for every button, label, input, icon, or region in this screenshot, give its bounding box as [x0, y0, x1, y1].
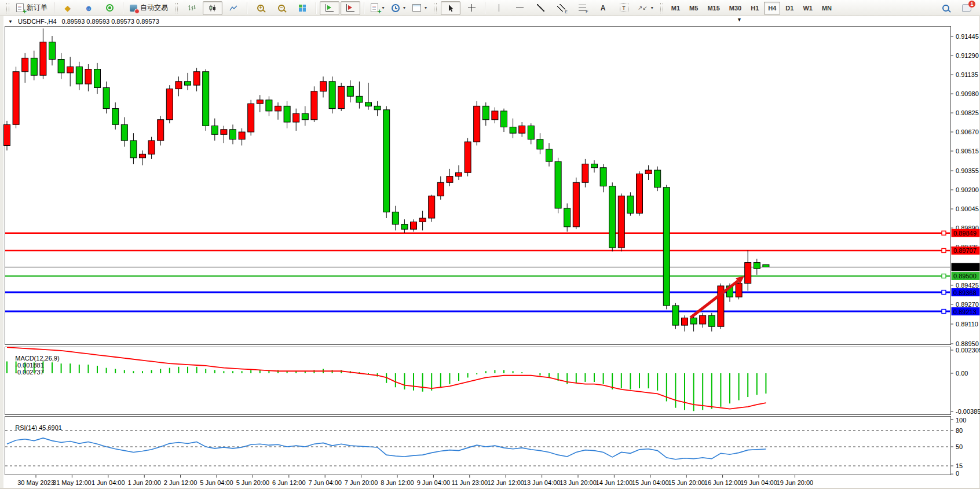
svg-text:0.91135: 0.91135	[956, 71, 978, 78]
separator	[123, 2, 123, 14]
separator	[54, 2, 54, 14]
community-button[interactable]: ☻	[79, 1, 98, 15]
toolbar-grip[interactable]	[660, 3, 663, 13]
svg-text:30 May 2023: 30 May 2023	[17, 479, 54, 486]
svg-text:11 Jun 23:00: 11 Jun 23:00	[451, 479, 488, 486]
arrows-button[interactable]: ↗↙ ▾	[635, 1, 656, 15]
vertical-line-button[interactable]	[489, 1, 509, 15]
chart-shift-icon	[346, 4, 354, 12]
timeframe-mn[interactable]: MN	[818, 2, 836, 14]
auto-scroll-icon	[326, 4, 334, 12]
symbol-dropdown-icon[interactable]: ▼	[8, 19, 13, 24]
auto-scroll-button[interactable]	[320, 1, 339, 15]
channel-button[interactable]: E	[551, 1, 571, 15]
svg-text:14 Jun 12:00: 14 Jun 12:00	[596, 479, 633, 486]
zoom-out-icon: −	[278, 5, 285, 12]
channel-icon: E	[557, 4, 565, 12]
timeframe-w1[interactable]: W1	[799, 2, 817, 14]
horizontal-line-button[interactable]	[510, 1, 529, 15]
chat-button[interactable]: 1	[957, 1, 977, 15]
timeframe-m30[interactable]: M30	[725, 2, 745, 14]
svg-text:0.89573: 0.89573	[953, 264, 977, 271]
templates-button[interactable]: ▾	[409, 1, 430, 15]
candlestick-chart-button[interactable]	[203, 1, 222, 15]
search-icon	[942, 5, 949, 12]
macd-pane-label: MACD(12,26,9) -0.001881 -0.002737	[8, 348, 60, 383]
timeframe-d1[interactable]: D1	[781, 2, 798, 14]
indicators-button[interactable]: + ▾	[368, 1, 387, 15]
svg-text:7 Jun 20:00: 7 Jun 20:00	[345, 479, 378, 486]
svg-text:9 Jun 04:00: 9 Jun 04:00	[417, 479, 451, 486]
text-button[interactable]: A	[593, 1, 613, 15]
svg-text:13 Jun 20:00: 13 Jun 20:00	[560, 479, 597, 486]
auto-trading-icon	[130, 5, 137, 12]
text-label-button[interactable]: T	[614, 1, 634, 15]
chevron-down-icon[interactable]: ▾	[651, 5, 653, 10]
svg-text:2 Jun 12:00: 2 Jun 12:00	[164, 479, 198, 486]
chart-plot-area[interactable]: 0.914450.912900.911350.909800.908250.906…	[0, 25, 980, 489]
macd-main-value: -0.001881	[15, 362, 44, 369]
rsi-pane-label: RSI(14) 45.6901	[8, 417, 62, 438]
svg-text:0.89707: 0.89707	[953, 247, 977, 254]
chart-shift-button[interactable]	[341, 1, 360, 15]
svg-text:5 Jun 04:00: 5 Jun 04:00	[200, 479, 233, 486]
new-order-label: 新订单	[27, 3, 47, 13]
auto-trading-button[interactable]: 自动交易	[127, 1, 171, 15]
zoom-out-button[interactable]: −	[272, 1, 291, 15]
toolbar-grip[interactable]	[434, 3, 437, 13]
candlestick-chart-icon	[209, 4, 217, 12]
tile-windows-button[interactable]	[292, 1, 312, 15]
text-label-icon: T	[620, 3, 628, 12]
fibonacci-button[interactable]: F	[572, 1, 592, 15]
crosshair-button[interactable]	[462, 1, 481, 15]
line-chart-button[interactable]	[224, 1, 243, 15]
periods-button[interactable]: ▾	[389, 1, 408, 15]
candles	[4, 28, 769, 331]
separator	[247, 2, 247, 14]
svg-text:0.90045: 0.90045	[956, 205, 979, 212]
separator	[485, 2, 485, 14]
chart-title: USDCHF-,H4	[18, 18, 57, 25]
toolbar-grip[interactable]	[175, 3, 178, 13]
cursor-icon	[447, 4, 454, 12]
timeframe-m5[interactable]: M5	[685, 2, 702, 14]
toolbar-grip[interactable]	[6, 3, 9, 13]
time-axis: 30 May 202331 May 12:001 Jun 04:001 Jun …	[17, 475, 813, 486]
svg-text:15 Jun 04:00: 15 Jun 04:00	[632, 479, 669, 486]
chart-corner-marker[interactable]: ▼	[737, 17, 742, 23]
chevron-down-icon[interactable]: ▾	[425, 5, 427, 10]
market-icon: ◆	[65, 4, 71, 12]
svg-text:13 Jun 04:00: 13 Jun 04:00	[524, 479, 561, 486]
timeframe-h4[interactable]: H4	[764, 2, 780, 14]
svg-text:0.00: 0.00	[956, 370, 968, 377]
chevron-down-icon[interactable]: ▾	[382, 5, 384, 10]
svg-text:12 Jun 12:00: 12 Jun 12:00	[487, 479, 524, 486]
timeframe-m1[interactable]: M1	[667, 2, 684, 14]
svg-text:100: 100	[956, 417, 966, 424]
svg-text:0.89270: 0.89270	[956, 301, 979, 308]
svg-text:1 Jun 04:00: 1 Jun 04:00	[92, 479, 125, 486]
horizontal-lines	[5, 233, 950, 311]
svg-text:15 Jun 20:00: 15 Jun 20:00	[668, 479, 705, 486]
cursor-button[interactable]	[441, 1, 460, 15]
svg-text:0.89425: 0.89425	[956, 282, 979, 289]
trendline-button[interactable]	[531, 1, 550, 15]
svg-text:31 May 12:00: 31 May 12:00	[53, 479, 92, 486]
signals-button[interactable]	[100, 1, 119, 15]
timeframe-m15[interactable]: M15	[703, 2, 723, 14]
new-order-button[interactable]: + 新订单	[13, 1, 50, 15]
notification-badge: 1	[968, 1, 975, 8]
zoom-in-button[interactable]: +	[251, 1, 270, 15]
search-button[interactable]	[936, 1, 956, 15]
svg-text:8 Jun 12:00: 8 Jun 12:00	[381, 479, 414, 486]
vertical-line-icon	[499, 4, 499, 12]
svg-text:-0.003855: -0.003855	[956, 408, 980, 415]
timeframe-h1[interactable]: H1	[747, 2, 763, 14]
svg-text:50: 50	[956, 443, 963, 450]
fibonacci-icon: F	[579, 5, 586, 11]
svg-text:15: 15	[956, 462, 963, 469]
bar-chart-button[interactable]	[182, 1, 202, 15]
chevron-down-icon[interactable]: ▾	[403, 5, 405, 10]
metaquotes-button[interactable]: ◆	[58, 1, 78, 15]
rsi-name: RSI(14) 45.6901	[15, 424, 62, 431]
